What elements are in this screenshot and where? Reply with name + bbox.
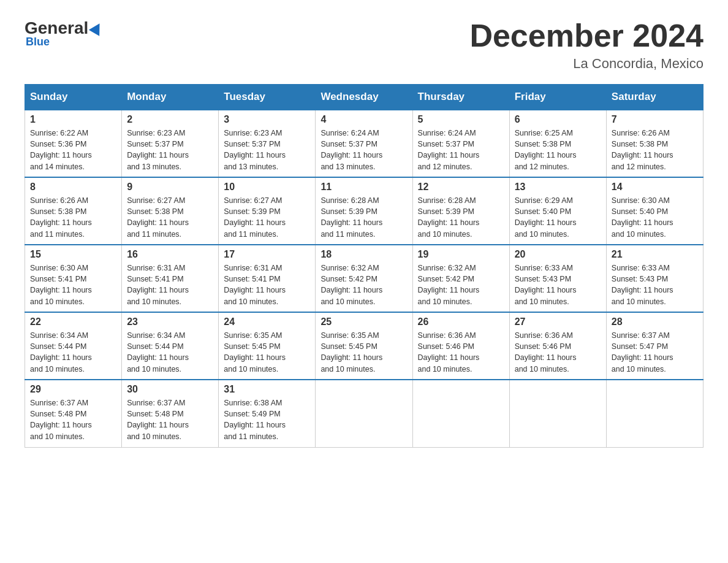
day-number: 9 [127,182,213,193]
calendar-table: SundayMondayTuesdayWednesdayThursdayFrid… [25,84,703,448]
day-number: 17 [224,249,310,260]
day-info: Sunrise: 6:35 AMSunset: 5:45 PMDaylight:… [224,330,310,375]
calendar-week-row: 15Sunrise: 6:30 AMSunset: 5:41 PMDayligh… [25,245,703,312]
calendar-day-cell: 19Sunrise: 6:32 AMSunset: 5:42 PMDayligh… [412,245,509,312]
day-info: Sunrise: 6:27 AMSunset: 5:38 PMDaylight:… [127,195,213,240]
day-info: Sunrise: 6:37 AMSunset: 5:48 PMDaylight:… [30,397,116,442]
day-number: 21 [612,249,698,260]
day-number: 10 [224,182,310,193]
col-header-monday: Monday [122,85,219,110]
day-info: Sunrise: 6:33 AMSunset: 5:43 PMDaylight:… [515,262,601,307]
calendar-day-cell: 18Sunrise: 6:32 AMSunset: 5:42 PMDayligh… [316,245,412,312]
calendar-week-row: 1Sunrise: 6:22 AMSunset: 5:36 PMDaylight… [25,110,703,177]
day-number: 23 [127,316,213,327]
calendar-day-cell: 1Sunrise: 6:22 AMSunset: 5:36 PMDaylight… [25,110,122,177]
calendar-day-cell: 23Sunrise: 6:34 AMSunset: 5:44 PMDayligh… [122,312,219,380]
calendar-day-cell: 30Sunrise: 6:37 AMSunset: 5:48 PMDayligh… [122,380,219,447]
day-number: 6 [515,114,601,125]
day-number: 4 [320,114,407,125]
calendar-day-cell: 17Sunrise: 6:31 AMSunset: 5:41 PMDayligh… [219,245,316,312]
day-number: 26 [418,316,504,327]
calendar-day-cell: 13Sunrise: 6:29 AMSunset: 5:40 PMDayligh… [509,177,606,245]
calendar-day-cell: 26Sunrise: 6:36 AMSunset: 5:46 PMDayligh… [412,312,509,380]
calendar-day-cell: 5Sunrise: 6:24 AMSunset: 5:37 PMDaylight… [412,110,509,177]
calendar-subtitle: La Concordia, Mexico [469,56,703,72]
day-number: 8 [30,182,116,193]
day-info: Sunrise: 6:36 AMSunset: 5:46 PMDaylight:… [515,330,601,375]
day-info: Sunrise: 6:23 AMSunset: 5:37 PMDaylight:… [127,128,213,172]
calendar-week-row: 8Sunrise: 6:26 AMSunset: 5:38 PMDaylight… [25,177,703,245]
day-number: 28 [612,316,698,327]
col-header-sunday: Sunday [25,85,122,110]
day-number: 3 [224,114,310,125]
day-number: 18 [320,249,407,260]
day-number: 25 [320,316,407,327]
calendar-day-cell: 15Sunrise: 6:30 AMSunset: 5:41 PMDayligh… [25,245,122,312]
day-number: 20 [515,249,601,260]
day-info: Sunrise: 6:35 AMSunset: 5:45 PMDaylight:… [320,330,407,375]
day-info: Sunrise: 6:33 AMSunset: 5:43 PMDaylight:… [612,262,698,307]
day-info: Sunrise: 6:28 AMSunset: 5:39 PMDaylight:… [418,195,504,240]
day-number: 29 [30,384,116,395]
calendar-day-cell: 9Sunrise: 6:27 AMSunset: 5:38 PMDaylight… [122,177,219,245]
day-info: Sunrise: 6:36 AMSunset: 5:46 PMDaylight:… [418,330,504,375]
day-number: 22 [30,316,116,327]
day-info: Sunrise: 6:22 AMSunset: 5:36 PMDaylight:… [30,128,116,172]
calendar-week-row: 22Sunrise: 6:34 AMSunset: 5:44 PMDayligh… [25,312,703,380]
day-number: 2 [127,114,213,125]
calendar-day-cell: 10Sunrise: 6:27 AMSunset: 5:39 PMDayligh… [219,177,316,245]
day-info: Sunrise: 6:30 AMSunset: 5:40 PMDaylight:… [612,195,698,240]
calendar-day-cell: 3Sunrise: 6:23 AMSunset: 5:37 PMDaylight… [219,110,316,177]
day-info: Sunrise: 6:34 AMSunset: 5:44 PMDaylight:… [127,330,213,375]
day-info: Sunrise: 6:24 AMSunset: 5:37 PMDaylight:… [418,128,504,172]
day-number: 1 [30,114,116,125]
day-number: 15 [30,249,116,260]
calendar-day-cell: 31Sunrise: 6:38 AMSunset: 5:49 PMDayligh… [219,380,316,447]
calendar-day-cell: 20Sunrise: 6:33 AMSunset: 5:43 PMDayligh… [509,245,606,312]
calendar-day-cell: 7Sunrise: 6:26 AMSunset: 5:38 PMDaylight… [606,110,703,177]
day-info: Sunrise: 6:26 AMSunset: 5:38 PMDaylight:… [30,195,116,240]
calendar-day-cell: 14Sunrise: 6:30 AMSunset: 5:40 PMDayligh… [606,177,703,245]
calendar-day-cell: 12Sunrise: 6:28 AMSunset: 5:39 PMDayligh… [412,177,509,245]
day-info: Sunrise: 6:24 AMSunset: 5:37 PMDaylight:… [320,128,407,172]
day-number: 14 [612,182,698,193]
logo: General Blue [25,18,103,48]
day-info: Sunrise: 6:29 AMSunset: 5:40 PMDaylight:… [515,195,601,240]
calendar-day-cell [316,380,412,447]
col-header-friday: Friday [509,85,606,110]
logo-triangle-icon [89,20,105,36]
calendar-day-cell [509,380,606,447]
day-info: Sunrise: 6:37 AMSunset: 5:47 PMDaylight:… [612,330,698,375]
day-number: 19 [418,249,504,260]
calendar-day-cell: 21Sunrise: 6:33 AMSunset: 5:43 PMDayligh… [606,245,703,312]
day-number: 27 [515,316,601,327]
day-number: 11 [320,182,407,193]
calendar-day-cell: 11Sunrise: 6:28 AMSunset: 5:39 PMDayligh… [316,177,412,245]
col-header-wednesday: Wednesday [316,85,412,110]
calendar-day-cell: 24Sunrise: 6:35 AMSunset: 5:45 PMDayligh… [219,312,316,380]
day-info: Sunrise: 6:38 AMSunset: 5:49 PMDaylight:… [224,397,310,442]
day-info: Sunrise: 6:32 AMSunset: 5:42 PMDaylight:… [418,262,504,307]
calendar-day-cell: 6Sunrise: 6:25 AMSunset: 5:38 PMDaylight… [509,110,606,177]
day-info: Sunrise: 6:34 AMSunset: 5:44 PMDaylight:… [30,330,116,375]
calendar-day-cell: 25Sunrise: 6:35 AMSunset: 5:45 PMDayligh… [316,312,412,380]
calendar-day-cell [412,380,509,447]
calendar-header-row: SundayMondayTuesdayWednesdayThursdayFrid… [25,85,703,110]
calendar-day-cell [606,380,703,447]
day-info: Sunrise: 6:27 AMSunset: 5:39 PMDaylight:… [224,195,310,240]
col-header-tuesday: Tuesday [219,85,316,110]
page-header: General Blue December 2024 La Concordia,… [25,18,703,72]
day-info: Sunrise: 6:31 AMSunset: 5:41 PMDaylight:… [127,262,213,307]
calendar-week-row: 29Sunrise: 6:37 AMSunset: 5:48 PMDayligh… [25,380,703,447]
calendar-day-cell: 27Sunrise: 6:36 AMSunset: 5:46 PMDayligh… [509,312,606,380]
day-number: 13 [515,182,601,193]
day-info: Sunrise: 6:31 AMSunset: 5:41 PMDaylight:… [224,262,310,307]
title-block: December 2024 La Concordia, Mexico [469,18,703,72]
calendar-day-cell: 29Sunrise: 6:37 AMSunset: 5:48 PMDayligh… [25,380,122,447]
day-number: 16 [127,249,213,260]
day-info: Sunrise: 6:26 AMSunset: 5:38 PMDaylight:… [612,128,698,172]
calendar-day-cell: 2Sunrise: 6:23 AMSunset: 5:37 PMDaylight… [122,110,219,177]
col-header-thursday: Thursday [412,85,509,110]
day-info: Sunrise: 6:25 AMSunset: 5:38 PMDaylight:… [515,128,601,172]
day-info: Sunrise: 6:37 AMSunset: 5:48 PMDaylight:… [127,397,213,442]
